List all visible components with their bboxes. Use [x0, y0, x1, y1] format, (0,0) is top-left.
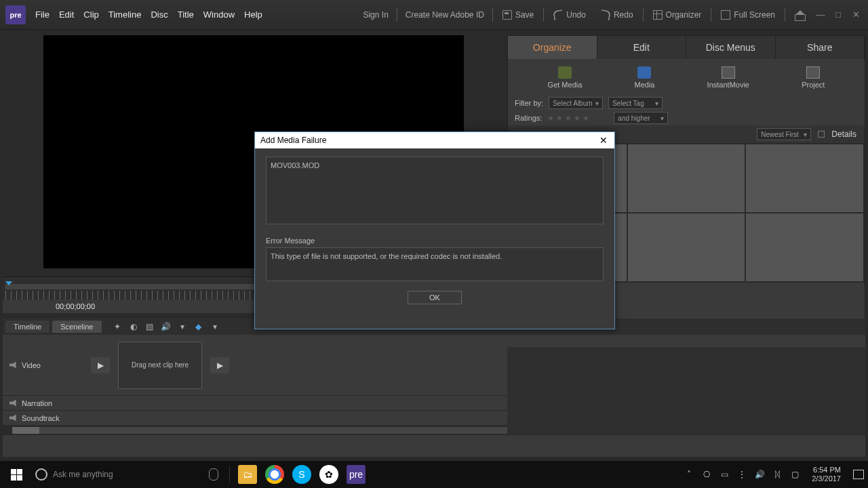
cortana-search[interactable]: Ask me anything	[28, 464, 225, 485]
tray-app-icon[interactable]: ᛞ	[772, 470, 782, 479]
star-icon[interactable]: ★	[565, 114, 572, 123]
instantmovie-icon	[722, 66, 735, 79]
add-media-failure-dialog: Add Media Failure ✕ MOV003.MOD Error Mes…	[254, 131, 615, 329]
battery-icon[interactable]: ▭	[719, 470, 729, 479]
star-icon[interactable]: ★	[583, 114, 589, 123]
timecode: 00;00;00;00	[56, 302, 95, 310]
next-scene-button[interactable]: ▶	[210, 357, 229, 373]
tab-edit[interactable]: Edit	[597, 36, 687, 59]
home-icon	[795, 10, 804, 20]
prev-scene-button[interactable]: ▶	[91, 357, 110, 373]
maximize-button[interactable]: □	[833, 10, 843, 20]
tray-chevron-icon[interactable]: ˄	[684, 470, 694, 479]
dialog-close-button[interactable]: ✕	[598, 135, 609, 146]
save-button[interactable]: Save	[497, 10, 539, 20]
select-album-value: Select Album	[553, 100, 592, 107]
speaker-icon[interactable]	[9, 400, 18, 407]
app-icon[interactable]: ✿	[319, 465, 338, 484]
close-button[interactable]: ✕	[851, 10, 861, 20]
divider	[643, 8, 644, 22]
ok-button[interactable]: OK	[408, 291, 462, 304]
create-adobe-id-link[interactable]: Create New Adobe ID	[401, 10, 488, 20]
input-language-icon[interactable]: ▢	[790, 470, 800, 479]
tray-app-icon[interactable]: ⎔	[702, 470, 711, 479]
instantmovie-button[interactable]: InstantMovie	[707, 66, 749, 89]
menu-title[interactable]: Title	[178, 9, 194, 20]
minimize-button[interactable]: —	[816, 10, 825, 20]
scrollbar-thumb[interactable]	[12, 427, 39, 434]
ratings-row: Ratings: ★ ★ ★ ★ ★ and higher	[508, 110, 865, 125]
skype-icon[interactable]: S	[292, 465, 311, 484]
menu-edit[interactable]: Edit	[59, 9, 74, 20]
microphone-icon[interactable]	[209, 468, 218, 481]
tab-sceneline[interactable]: Sceneline	[52, 321, 101, 333]
rating-stars[interactable]: ★ ★ ★ ★ ★	[547, 114, 589, 123]
properties-icon[interactable]: ▤	[145, 322, 155, 331]
dialog-titlebar[interactable]: Add Media Failure ✕	[255, 132, 614, 148]
tab-disc-menus[interactable]: Disc Menus	[686, 36, 776, 59]
menu-help[interactable]: Help	[244, 9, 262, 20]
filter-label: Filter by:	[515, 99, 543, 107]
signin-link[interactable]: Sign In	[359, 10, 392, 20]
tab-organize[interactable]: Organize	[508, 36, 597, 59]
menu-disc[interactable]: Disc	[151, 9, 167, 20]
motion-tracking-icon[interactable]: ◐	[129, 322, 138, 331]
chevron-down-icon[interactable]: ▾	[210, 322, 220, 331]
search-placeholder: Ask me anything	[53, 470, 113, 479]
chrome-icon[interactable]	[265, 465, 284, 484]
drop-target[interactable]: Drag next clip here	[118, 342, 202, 389]
instantmovie-label: InstantMovie	[707, 81, 749, 89]
media-thumbnail[interactable]	[746, 214, 863, 281]
menu-timeline[interactable]: Timeline	[108, 9, 142, 20]
organizer-button[interactable]: Organizer	[648, 10, 707, 20]
select-tag-dropdown[interactable]: Select Tag	[608, 97, 663, 109]
action-center-icon[interactable]	[853, 470, 864, 479]
taskbar-apps: 🗂 S ✿ pre	[238, 465, 366, 484]
audio-icon[interactable]: 🔊	[161, 322, 171, 331]
and-higher-value: and higher	[618, 115, 650, 122]
star-icon[interactable]: ★	[556, 114, 563, 123]
premiere-elements-icon[interactable]: pre	[347, 465, 366, 484]
undo-button[interactable]: Undo	[548, 10, 591, 20]
windows-icon	[11, 469, 22, 481]
star-icon[interactable]: ★	[547, 114, 554, 123]
marker-icon[interactable]: ◆	[194, 322, 203, 331]
media-thumbnail[interactable]	[628, 144, 745, 212]
redo-label: Redo	[614, 10, 633, 20]
get-media-button[interactable]: Get Media	[548, 66, 583, 89]
menu-window[interactable]: Window	[203, 9, 235, 20]
media-thumbnail[interactable]	[628, 214, 745, 281]
speaker-icon[interactable]	[9, 415, 18, 422]
narration-label: Narration	[22, 399, 52, 407]
chevron-down-icon[interactable]: ▾	[178, 322, 187, 331]
get-media-label: Get Media	[548, 81, 583, 89]
file-explorer-icon[interactable]: 🗂	[238, 465, 257, 484]
speaker-icon[interactable]	[9, 362, 18, 369]
failed-files-list[interactable]: MOV003.MOD	[266, 157, 604, 224]
start-button[interactable]	[4, 462, 28, 487]
narration-track-label: Narration	[3, 399, 84, 407]
smart-trim-icon[interactable]: ✦	[113, 322, 122, 331]
home-button[interactable]	[789, 10, 810, 20]
redo-button[interactable]: Redo	[595, 10, 639, 20]
menu-file[interactable]: File	[35, 9, 50, 20]
ratings-label: Ratings:	[515, 114, 542, 122]
volume-icon[interactable]: 🔊	[755, 470, 764, 479]
media-thumbnail[interactable]	[746, 144, 863, 212]
select-tag-value: Select Tag	[612, 100, 644, 107]
wifi-icon[interactable]: ⋮	[737, 470, 747, 479]
media-label: Media	[634, 81, 654, 89]
fullscreen-button[interactable]: Full Screen	[715, 10, 781, 20]
and-higher-dropdown[interactable]: and higher	[614, 112, 668, 124]
project-button[interactable]: Project	[802, 66, 825, 89]
star-icon[interactable]: ★	[574, 114, 580, 123]
details-checkbox[interactable]	[818, 131, 825, 138]
media-button[interactable]: Media	[634, 66, 654, 89]
divider	[229, 466, 230, 483]
select-album-dropdown[interactable]: Select Album	[549, 97, 603, 109]
taskbar-clock[interactable]: 6:54 PM 2/3/2017	[808, 466, 845, 483]
menu-clip[interactable]: Clip	[83, 9, 98, 20]
tab-share[interactable]: Share	[776, 36, 865, 59]
tab-timeline[interactable]: Timeline	[5, 321, 50, 333]
sort-dropdown[interactable]: Newest First	[757, 128, 811, 140]
